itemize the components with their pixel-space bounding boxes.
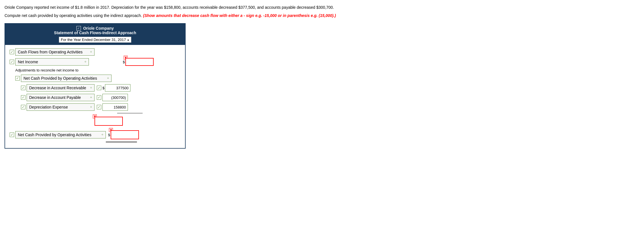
intro-paragraph: Oriole Company reported net income of $1… [5, 5, 639, 10]
depreciation-checkbox[interactable]: ✓ [21, 105, 25, 109]
net-cash-sub-dropdown[interactable]: Net Cash Provided by Operating Activitie… [21, 75, 111, 82]
date-select[interactable]: For the Year Ended December 31, 2017 ⬧ [59, 37, 131, 43]
header-checkbox[interactable]: ✓ [76, 26, 81, 31]
depreciation-arrow-icon: ÷ [90, 105, 92, 109]
decrease-ar-arrow-icon: ÷ [90, 86, 92, 90]
depreciation-input-section: ✓ [97, 103, 128, 111]
net-cash-sub-label: Net Cash Provided by Operating Activitie… [23, 76, 97, 81]
instruction-prefix: Compute net cash provided by operating a… [5, 13, 142, 18]
net-cash-sub-checkbox[interactable]: ✓ [15, 76, 20, 81]
net-cash-final-label: Net Cash Provided by Operating Activitie… [18, 133, 91, 137]
instruction-paragraph: Compute net cash provided by operating a… [5, 13, 639, 19]
net-income-label: Net Income [18, 60, 38, 64]
net-cash-final-input-section: $ ✕ [108, 130, 139, 139]
net-income-row: ✓ Net Income ÷ $ ✕ [10, 58, 181, 66]
form-body: ✓ Cash Flows from Operating Activities ÷… [5, 45, 185, 148]
decrease-ar-check2[interactable]: ✓ [97, 86, 101, 90]
net-cash-final-input-wrapper: ✕ [111, 130, 139, 139]
net-income-dollar: $ [123, 60, 125, 64]
net-cash-final-input[interactable] [111, 130, 139, 139]
form-header: ✓ Oriole Company Statement of Cash Flows… [5, 24, 185, 45]
decrease-ar-checkbox[interactable]: ✓ [21, 86, 25, 90]
net-income-checkbox[interactable]: ✓ [10, 60, 14, 64]
date-label: For the Year Ended December 31, 2017 [61, 38, 126, 42]
subtotal-row: ✕ [95, 117, 181, 126]
decrease-ar-dropdown[interactable]: Decrease in Account Receivable ÷ [27, 84, 95, 92]
cash-flows-dropdown[interactable]: Cash Flows from Operating Activities ÷ [15, 48, 95, 56]
depreciation-check2[interactable]: ✓ [97, 105, 101, 109]
net-income-arrow-icon: ÷ [84, 60, 86, 64]
cash-flows-checkbox[interactable]: ✓ [10, 50, 14, 54]
net-cash-final-dollar: $ [108, 133, 110, 137]
net-income-dropdown[interactable]: Net Income ÷ [15, 58, 89, 66]
instruction-bold: (Show amounts that decrease cash flow wi… [143, 13, 336, 18]
form-container: ✓ Oriole Company Statement of Cash Flows… [5, 23, 186, 149]
cash-flows-label: Cash Flows from Operating Activities [18, 50, 83, 54]
depreciation-input[interactable] [102, 103, 128, 111]
decrease-ar-dollar: $ [102, 86, 104, 90]
subtotal-input-wrapper: ✕ [95, 117, 123, 126]
decrease-ap-row: ✓ Decrease in Account Payable ÷ ✓ [21, 94, 181, 101]
net-income-input[interactable] [125, 58, 154, 66]
cash-flows-row: ✓ Cash Flows from Operating Activities ÷ [10, 48, 181, 56]
decrease-ar-label: Decrease in Account Receivable [29, 86, 86, 90]
adjustments-label: Adjustments to reconcile net income to [15, 68, 181, 72]
net-cash-final-dropdown[interactable]: Net Cash Provided by Operating Activitie… [15, 131, 106, 138]
depreciation-dropdown[interactable]: Depreciation Expense ÷ [27, 103, 95, 111]
decrease-ap-arrow-icon: ÷ [90, 96, 92, 99]
cash-flows-arrow-icon: ÷ [90, 50, 92, 54]
net-cash-final-arrow-icon: ÷ [101, 133, 103, 137]
depreciation-label: Depreciation Expense [29, 105, 68, 109]
depreciation-row: ✓ Depreciation Expense ÷ ✓ [21, 103, 181, 111]
decrease-ap-dropdown[interactable]: Decrease in Account Payable ÷ [27, 94, 95, 101]
decrease-ar-row: ✓ Decrease in Account Receivable ÷ ✓ $ [21, 84, 181, 92]
decrease-ap-input-section: ✓ [97, 94, 128, 101]
decrease-ap-check2[interactable]: ✓ [97, 95, 101, 100]
decrease-ar-input[interactable] [105, 84, 130, 92]
date-arrow-icon: ⬧ [127, 38, 129, 42]
net-cash-final-row: ✓ Net Cash Provided by Operating Activit… [10, 130, 181, 139]
net-income-input-wrapper: ✕ [125, 58, 154, 66]
company-name: Oriole Company [83, 26, 114, 31]
decrease-ap-label: Decrease in Account Payable [29, 95, 81, 100]
decrease-ar-input-section: ✓ $ [97, 84, 130, 92]
net-cash-final-checkbox[interactable]: ✓ [10, 133, 14, 137]
net-cash-sub-arrow-icon: ÷ [107, 76, 109, 80]
net-cash-sub-row: ✓ Net Cash Provided by Operating Activit… [15, 75, 181, 82]
decrease-ap-checkbox[interactable]: ✓ [21, 95, 25, 100]
net-income-input-section: $ ✕ [123, 58, 154, 66]
statement-title: Statement of Cash Flows-Indirect Approac… [8, 31, 182, 35]
decrease-ap-input[interactable] [102, 94, 128, 101]
subtotal-input[interactable] [95, 117, 123, 126]
